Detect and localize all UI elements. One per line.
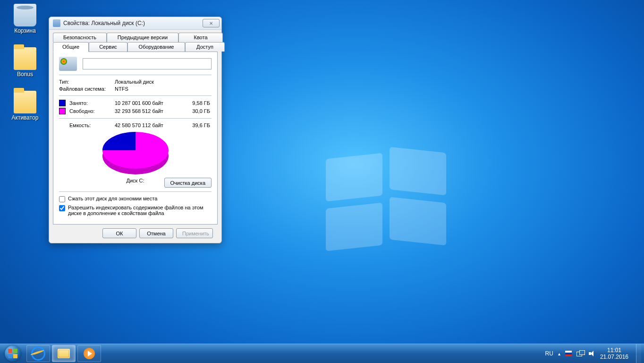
- type-value: Локальный диск: [115, 79, 154, 85]
- tab-hardware[interactable]: Оборудование: [127, 42, 185, 52]
- tab-row-lower: Общие Сервис Оборудование Доступ: [53, 42, 218, 52]
- index-checkbox[interactable]: [59, 205, 65, 211]
- used-bytes: 10 287 001 600 байт: [115, 100, 185, 106]
- taskbar-ie-button[interactable]: [26, 345, 50, 362]
- tab-sharing[interactable]: Доступ: [185, 42, 225, 52]
- desktop-icon-label: Bonus: [7, 71, 43, 78]
- desktop-icon-recycle-bin[interactable]: Корзина: [7, 4, 43, 34]
- free-space-swatch: [59, 108, 66, 114]
- separator: [59, 75, 212, 75]
- desktop-icon-label: Корзина: [7, 27, 43, 34]
- window-title: Свойства: Локальный диск (C:): [63, 20, 203, 26]
- tab-row-upper: Безопасность Предыдущие версии Квота: [53, 33, 218, 42]
- folder-icon: [14, 47, 36, 70]
- compress-checkbox[interactable]: [59, 196, 65, 202]
- language-indicator[interactable]: RU: [545, 350, 553, 357]
- dialog-button-row: ОК Отмена Применить: [53, 225, 218, 238]
- media-player-icon: [84, 348, 95, 359]
- start-button[interactable]: [0, 344, 25, 363]
- close-button[interactable]: ✕: [203, 19, 220, 27]
- tab-content-general: Тип: Локальный диск Файловая система: NT…: [53, 52, 218, 225]
- used-size: 9,58 ГБ: [185, 100, 210, 106]
- tab-general[interactable]: Общие: [53, 42, 89, 52]
- index-label: Разрешить индексировать содержимое файло…: [68, 205, 212, 216]
- volume-label-input[interactable]: [83, 58, 212, 69]
- used-label: Занято:: [69, 100, 115, 106]
- desktop-icon-label: Активатор: [7, 114, 43, 121]
- recycle-bin-icon: [14, 4, 36, 26]
- capacity-size: 39,6 ГБ: [185, 122, 210, 128]
- clock-time: 11:01: [600, 347, 628, 354]
- show-desktop-button[interactable]: [636, 344, 641, 363]
- tab-tools[interactable]: Сервис: [89, 42, 127, 52]
- network-icon[interactable]: [576, 350, 584, 357]
- capacity-label: Емкость:: [59, 122, 115, 128]
- taskbar-media-player-button[interactable]: [77, 345, 101, 362]
- apply-button[interactable]: Применить: [176, 228, 213, 238]
- tab-quota[interactable]: Квота: [178, 33, 223, 42]
- desktop-icon-bonus[interactable]: Bonus: [7, 47, 43, 78]
- disk-drive-icon: [59, 57, 77, 71]
- file-explorer-icon: [58, 349, 70, 358]
- clock[interactable]: 11:01 21.07.2016: [600, 347, 628, 360]
- used-space-swatch: [59, 100, 66, 106]
- drive-icon: [53, 19, 60, 27]
- ok-button[interactable]: ОК: [102, 228, 136, 238]
- start-orb-icon: [5, 346, 21, 362]
- titlebar[interactable]: Свойства: Локальный диск (C:) ✕: [49, 17, 221, 30]
- tab-previous-versions[interactable]: Предыдущие версии: [107, 33, 178, 42]
- separator: [59, 191, 212, 192]
- disk-properties-dialog: Свойства: Локальный диск (C:) ✕ Безопасн…: [49, 17, 222, 243]
- keyboard-layout-icon[interactable]: [565, 351, 572, 356]
- taskbar-explorer-button[interactable]: [52, 345, 76, 362]
- disk-cleanup-button[interactable]: Очистка диска: [164, 178, 212, 188]
- index-checkbox-row[interactable]: Разрешить индексировать содержимое файло…: [59, 205, 212, 216]
- windows-logo-wallpaper: [321, 151, 453, 255]
- capacity-bytes: 42 580 570 112 байт: [115, 122, 185, 128]
- clock-date: 21.07.2016: [600, 354, 628, 360]
- taskbar: RU ▴ 11:01 21.07.2016: [0, 344, 644, 363]
- separator: [59, 118, 212, 119]
- disk-usage-pie-chart: [102, 132, 169, 177]
- filesystem-label: Файловая система:: [59, 86, 115, 92]
- desktop-icon-activator[interactable]: Активатор: [7, 91, 43, 121]
- tab-security[interactable]: Безопасность: [53, 33, 107, 42]
- filesystem-value: NTFS: [115, 86, 128, 92]
- compress-checkbox-row[interactable]: Сжать этот диск для экономии места: [59, 196, 212, 202]
- free-label: Свободно:: [69, 108, 115, 114]
- separator: [59, 95, 212, 96]
- volume-icon[interactable]: [589, 350, 595, 357]
- internet-explorer-icon: [31, 346, 45, 361]
- system-tray: RU ▴ 11:01 21.07.2016: [545, 344, 644, 363]
- desktop[interactable]: Корзина Bonus Активатор Свойства: Локаль…: [0, 0, 644, 363]
- type-label: Тип:: [59, 79, 115, 85]
- free-bytes: 32 293 568 512 байт: [115, 108, 185, 114]
- cancel-button[interactable]: Отмена: [139, 228, 173, 238]
- folder-icon: [14, 91, 36, 113]
- compress-label: Сжать этот диск для экономии места: [68, 196, 157, 201]
- tray-overflow-button[interactable]: ▴: [558, 351, 560, 356]
- free-size: 30,0 ГБ: [185, 108, 210, 114]
